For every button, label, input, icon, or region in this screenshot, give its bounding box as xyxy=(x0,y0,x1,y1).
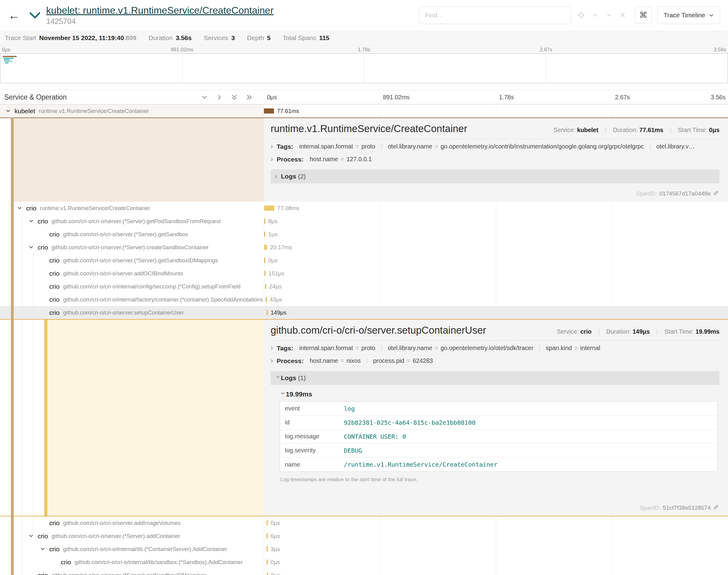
span-timeline-cell[interactable]: 149μs xyxy=(264,306,728,319)
log-field-row: log.severity DEBUG xyxy=(280,444,717,458)
chevron-down-icon[interactable] xyxy=(29,218,38,224)
span-detail-setupcontaineruser: github.com/cri-o/cri-o/server.setupConta… xyxy=(0,319,728,516)
span-row[interactable]: crio github.com/cri-o/cri-o/internal/lib… xyxy=(0,555,728,569)
span-service: crio xyxy=(38,244,48,251)
expand-all-icon[interactable] xyxy=(246,94,253,100)
chevron-down-icon[interactable] xyxy=(17,206,26,211)
span-name-cell[interactable]: crio github.com/cri-o/cri-o/internal/con… xyxy=(0,280,264,293)
span-name-cell[interactable]: crio github.com/cri-o/cri-o/server.(*Ser… xyxy=(0,215,264,228)
span-timeline-cell[interactable]: 0μs xyxy=(264,555,728,569)
span-name-cell[interactable]: crio github.com/cri-o/cri-o/server.setup… xyxy=(0,306,264,319)
span-row[interactable]: crio github.com/cri-o/cri-o/server.(*Ser… xyxy=(0,569,728,575)
span-bar[interactable] xyxy=(267,546,268,552)
trace-title-link[interactable]: kubelet: runtime.v1.RuntimeService/Creat… xyxy=(46,5,274,16)
span-timeline-cell[interactable]: 1μs xyxy=(264,228,728,241)
log-field-row: event log xyxy=(280,402,717,416)
next-result-icon[interactable] xyxy=(606,11,613,19)
collapse-one-level-icon[interactable] xyxy=(201,94,208,100)
span-row[interactable]: crio github.com/cri-o/cri-o/server.(*Ser… xyxy=(0,254,728,267)
prev-result-icon[interactable] xyxy=(592,11,599,19)
logs-accordion-expanded[interactable]: › Logs (1) xyxy=(271,371,720,385)
span-bar[interactable] xyxy=(267,573,268,575)
span-row[interactable]: crio github.com/cri-o/cri-o/server.(*Ser… xyxy=(0,215,728,228)
span-bar[interactable] xyxy=(264,218,265,224)
span-name-cell[interactable]: crio github.com/cri-o/cri-o/server.(*Ser… xyxy=(0,241,264,254)
span-name-cell[interactable]: crio github.com/cri-o/cri-o/server.addIm… xyxy=(0,516,264,530)
span-bar[interactable] xyxy=(265,271,265,276)
span-row[interactable]: crio github.com/cri-o/cri-o/server.addOC… xyxy=(0,267,728,280)
span-bar[interactable] xyxy=(264,258,265,263)
span-bar[interactable] xyxy=(264,245,267,250)
back-button[interactable]: ← xyxy=(8,9,20,21)
span-name-cell[interactable]: kubelet runtime.v1.RuntimeService/Create… xyxy=(0,104,264,117)
tags-accordion[interactable]: › Tags: internal.span.format=proto | ote… xyxy=(271,342,720,354)
span-name-cell[interactable]: crio github.com/cri-o/cri-o/server.(*Ser… xyxy=(0,228,264,241)
span-timeline-cell[interactable]: 24μs xyxy=(264,280,728,293)
chevron-down-icon[interactable] xyxy=(29,533,38,539)
span-bar[interactable] xyxy=(267,520,268,526)
span-bar[interactable] xyxy=(267,533,268,539)
span-timeline-cell[interactable]: 0μs xyxy=(264,254,728,267)
span-timeline-cell[interactable]: 77.61ms xyxy=(264,104,728,117)
process-accordion[interactable]: › Process: host.name=127.0.0.1 xyxy=(271,153,720,166)
span-name-cell[interactable]: crio github.com/cri-o/cri-o/server.addOC… xyxy=(0,267,264,280)
span-name-cell[interactable]: crio github.com/cri-o/cri-o/server.(*Ser… xyxy=(0,569,264,575)
expand-one-level-icon[interactable] xyxy=(216,94,223,100)
span-row[interactable]: crio github.com/cri-o/cri-o/server.addIm… xyxy=(0,516,728,530)
span-row-selected[interactable]: crio github.com/cri-o/cri-o/server.setup… xyxy=(0,306,728,319)
span-row[interactable]: crio runtime.v1.RuntimeService/CreateCon… xyxy=(0,202,728,215)
span-detail-title: github.com/cri-o/cri-o/server.setupConta… xyxy=(271,325,486,336)
span-row[interactable]: crio github.com/cri-o/cri-o/server.(*Ser… xyxy=(0,530,728,543)
span-bar[interactable] xyxy=(264,232,265,237)
copy-link-icon[interactable] xyxy=(713,504,719,512)
trace-header-collapse-icon[interactable] xyxy=(29,11,41,20)
span-timeline-cell[interactable]: 8μs xyxy=(264,215,728,228)
copy-link-icon[interactable] xyxy=(713,190,719,197)
span-timeline-cell[interactable]: 3μs xyxy=(264,543,728,555)
span-row[interactable]: kubelet runtime.v1.RuntimeService/Create… xyxy=(0,104,728,117)
span-operation: github.com/cri-o/cri-o/internal/lib.(*Co… xyxy=(63,546,227,552)
find-input[interactable] xyxy=(419,6,571,24)
collapse-all-icon[interactable] xyxy=(231,94,237,100)
span-name-cell[interactable]: crio github.com/cri-o/cri-o/internal/lib… xyxy=(0,543,264,555)
chevron-down-icon[interactable] xyxy=(40,546,49,552)
chevron-down-icon[interactable] xyxy=(5,108,14,113)
process-accordion[interactable]: › Process: host.name=nixos | process.pid… xyxy=(271,354,720,367)
clear-find-icon[interactable]: ✕ xyxy=(620,11,626,20)
span-bar[interactable] xyxy=(267,560,268,565)
span-timeline-cell[interactable]: 43μs xyxy=(264,293,728,306)
span-row[interactable]: crio github.com/cri-o/cri-o/internal/lib… xyxy=(0,543,728,555)
span-name-cell[interactable]: crio runtime.v1.RuntimeService/CreateCon… xyxy=(0,202,264,215)
tags-accordion[interactable]: › Tags: internal.span.format=proto | ote… xyxy=(271,140,720,153)
chevron-right-icon: › xyxy=(271,357,277,365)
span-bar[interactable] xyxy=(264,108,274,113)
span-operation: github.com/cri-o/cri-o/server.(*Server).… xyxy=(52,244,209,251)
span-bar[interactable] xyxy=(265,284,266,289)
span-operation: github.com/cri-o/cri-o/server.addImageVo… xyxy=(63,520,181,527)
trace-view-dropdown[interactable]: Trace Timeline xyxy=(657,6,720,24)
span-row[interactable]: crio github.com/cri-o/cri-o/internal/con… xyxy=(0,280,728,293)
span-name-cell[interactable]: crio github.com/cri-o/cri-o/server.(*Ser… xyxy=(0,530,264,543)
span-timeline-cell[interactable]: 0μs xyxy=(264,516,728,530)
chevron-down-icon[interactable] xyxy=(29,245,38,250)
span-name-cell[interactable]: crio github.com/cri-o/cri-o/internal/lib… xyxy=(0,555,264,569)
span-name-cell[interactable]: crio github.com/cri-o/cri-o/server.(*Ser… xyxy=(0,254,264,267)
logs-accordion[interactable]: › Logs (2) xyxy=(271,169,720,183)
keyboard-shortcuts-button[interactable]: ⌘ xyxy=(635,7,652,24)
span-name-cell[interactable]: crio github.com/cri-o/cri-o/internal/fac… xyxy=(0,293,264,306)
span-timeline-cell[interactable]: 6μs xyxy=(264,530,728,543)
minimap-canvas[interactable] xyxy=(0,54,728,83)
span-row[interactable]: crio github.com/cri-o/cri-o/server.(*Ser… xyxy=(0,241,728,254)
focus-match-icon[interactable] xyxy=(578,11,585,19)
log-entry-header[interactable]: › 19.99ms xyxy=(280,387,718,401)
span-timeline-cell[interactable]: 20.17ms xyxy=(264,241,728,254)
span-timeline-cell[interactable]: 0μs xyxy=(264,569,728,575)
span-row[interactable]: crio github.com/cri-o/cri-o/server.(*Ser… xyxy=(0,228,728,241)
span-bar[interactable] xyxy=(266,297,267,302)
span-timeline-cell[interactable]: 151μs xyxy=(264,267,728,280)
span-timeline-cell[interactable]: 77.08ms xyxy=(264,202,728,215)
span-detail-indent xyxy=(0,118,264,202)
span-bar[interactable] xyxy=(264,206,274,211)
span-row[interactable]: crio github.com/cri-o/cri-o/internal/fac… xyxy=(0,293,728,306)
span-bar[interactable] xyxy=(267,310,268,315)
